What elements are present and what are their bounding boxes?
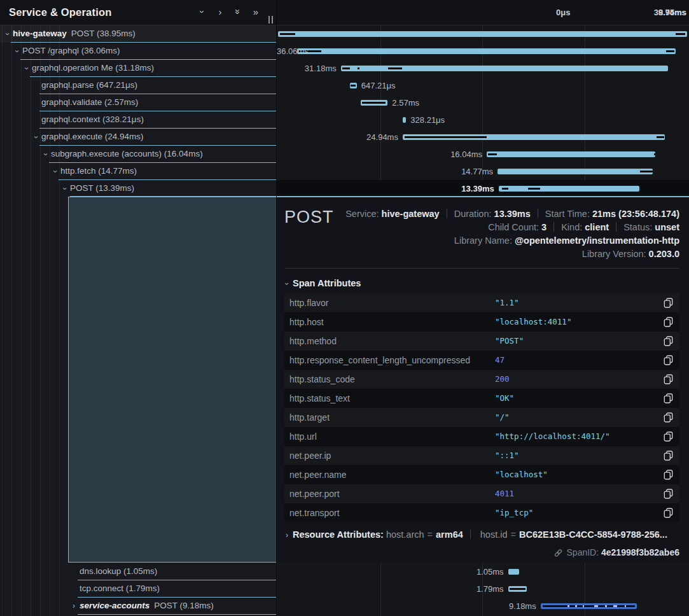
span-bar-self-time-mark bbox=[362, 102, 386, 104]
timeline-tick-label: 0μs bbox=[556, 0, 570, 25]
copy-icon[interactable] bbox=[664, 374, 673, 384]
meta-key: Service: bbox=[345, 209, 381, 219]
copy-icon[interactable] bbox=[664, 412, 673, 423]
meta-separator bbox=[553, 222, 554, 232]
chevron-down-icon[interactable]: › bbox=[22, 65, 31, 73]
span-duration-label: 9.18ms bbox=[277, 598, 536, 615]
tree-row[interactable]: ›POST /graphql (36.06ms) bbox=[0, 43, 276, 60]
meta-value: client bbox=[585, 222, 609, 232]
attribute-key: net.peer.port bbox=[289, 484, 340, 503]
attribute-row: http.host"localhost:4011" bbox=[284, 312, 679, 332]
span-meta-line: Library Version: 0.203.0 bbox=[582, 248, 679, 261]
span-bar[interactable] bbox=[278, 31, 687, 37]
copy-icon[interactable] bbox=[664, 336, 673, 346]
span-duration-label: 1.79ms bbox=[277, 580, 504, 598]
span-bar-speck bbox=[583, 605, 584, 607]
timeline-row: 647.21μs bbox=[277, 77, 689, 94]
meta-key: Duration: bbox=[454, 209, 494, 219]
tree-row[interactable]: ›graphql.operation Me (31.18ms) bbox=[0, 60, 276, 77]
tree-row-underline bbox=[78, 614, 276, 615]
copy-icon[interactable] bbox=[664, 298, 673, 308]
span-bar-self-time-mark bbox=[666, 50, 674, 52]
copy-icon[interactable] bbox=[664, 355, 673, 365]
tree-row[interactable]: graphql.parse (647.21μs) bbox=[0, 77, 276, 94]
copy-icon[interactable] bbox=[664, 508, 673, 518]
tree-row[interactable]: tcp.connect (1.79ms) bbox=[0, 580, 276, 598]
resource-attributes-header[interactable]: ›Resource Attributes: host.arch=arm64 ho… bbox=[286, 529, 667, 540]
copy-icon[interactable] bbox=[664, 317, 673, 327]
service-name: hive-gateway bbox=[13, 29, 67, 38]
meta-value: 13.39ms bbox=[494, 209, 531, 219]
expand-one-icon[interactable]: › bbox=[212, 0, 228, 25]
chevron-down-icon[interactable]: › bbox=[51, 168, 59, 176]
span-bar[interactable] bbox=[487, 151, 655, 157]
span-duration-label: 16.04ms bbox=[277, 146, 482, 163]
timeline-row: 9.18ms bbox=[277, 598, 689, 615]
chevron-down-icon[interactable]: › bbox=[32, 134, 40, 141]
copy-icon[interactable] bbox=[664, 451, 673, 461]
collapse-all-icon[interactable]: » bbox=[230, 0, 246, 25]
span-bar-self-time-mark bbox=[358, 67, 359, 69]
attribute-row: http.flavor"1.1" bbox=[284, 293, 679, 312]
attribute-key: http.status_code bbox=[289, 370, 355, 389]
panel-resize-grip[interactable] bbox=[268, 16, 274, 24]
tree-row[interactable]: ›service-accountsPOST (9.18ms) bbox=[0, 598, 276, 615]
span-bar[interactable] bbox=[403, 117, 406, 123]
span-bar[interactable] bbox=[508, 569, 519, 575]
copy-icon[interactable] bbox=[664, 470, 673, 480]
copy-icon[interactable] bbox=[664, 489, 673, 499]
span-meta-line: Library Name: @opentelemetry/instrumenta… bbox=[454, 234, 679, 248]
meta-separator bbox=[447, 209, 447, 218]
tree-row[interactable]: ›http.fetch (14.77ms) bbox=[0, 163, 276, 180]
span-detail-panel: POST Service: hive-gatewayDuration: 13.3… bbox=[277, 197, 689, 563]
panel-divider[interactable] bbox=[276, 0, 277, 616]
attribute-value: "POST" bbox=[495, 332, 524, 351]
attribute-row: http.url"http://localhost:4011/" bbox=[284, 427, 679, 446]
attribute-value: "localhost" bbox=[495, 465, 548, 484]
tree-row[interactable]: ›POST (13.39ms) bbox=[0, 180, 276, 197]
timeline-row: 2.57ms bbox=[277, 94, 689, 111]
span-bar[interactable] bbox=[498, 169, 653, 174]
span-name-label: graphql.validate (2.57ms) bbox=[41, 94, 138, 111]
span-bar-self-time-mark bbox=[488, 153, 497, 155]
attribute-value: "1.1" bbox=[495, 293, 519, 312]
span-bar-speck bbox=[605, 605, 606, 607]
span-duration-label: 14.77ms bbox=[277, 163, 493, 180]
attribute-value: "http://localhost:4011/" bbox=[495, 427, 610, 446]
attribute-key: http.url bbox=[289, 427, 317, 446]
span-name-label: subgraph.execute (accounts) (16.04ms) bbox=[51, 146, 203, 162]
timeline-row: 31.18ms bbox=[277, 60, 689, 77]
span-name-label: POST /graphql (36.06ms) bbox=[22, 43, 120, 59]
span-attributes-header[interactable]: ›Span Attributes bbox=[286, 278, 361, 288]
chevron-down-icon[interactable]: › bbox=[3, 31, 11, 38]
chevron-down-icon[interactable]: › bbox=[13, 48, 21, 55]
tree-row[interactable]: dns.lookup (1.05ms) bbox=[0, 563, 276, 580]
chevron-down-icon[interactable]: › bbox=[60, 185, 69, 193]
meta-value: hive-gateway bbox=[382, 209, 440, 219]
attribute-key: net.peer.ip bbox=[289, 446, 331, 465]
chevron-down-icon[interactable]: › bbox=[41, 151, 50, 158]
meta-value: 0.203.0 bbox=[649, 249, 679, 259]
tree-row[interactable]: ›hive-gatewayPOST (38.95ms) bbox=[0, 25, 276, 43]
attribute-key: http.method bbox=[289, 332, 337, 351]
collapse-one-icon[interactable]: › bbox=[195, 0, 210, 25]
meta-value: @opentelemetry/instrumentation-http bbox=[515, 235, 679, 246]
attribute-key: http.target bbox=[289, 408, 330, 427]
timeline-row: 1.79ms bbox=[277, 580, 689, 598]
span-bar[interactable] bbox=[499, 186, 639, 192]
tree-row[interactable]: ›subgraph.execute (accounts) (16.04ms) bbox=[0, 146, 276, 163]
resource-key: host.id bbox=[478, 529, 508, 540]
span-bar-self-time-mark bbox=[543, 605, 635, 607]
copy-icon[interactable] bbox=[664, 393, 673, 403]
expand-all-icon[interactable]: » bbox=[248, 0, 263, 25]
attribute-key: net.transport bbox=[289, 503, 340, 522]
timeline-row: 1.05ms bbox=[277, 563, 689, 580]
tree-row[interactable]: graphql.validate (2.57ms) bbox=[0, 94, 276, 111]
span-bar[interactable] bbox=[297, 48, 676, 54]
tree-row[interactable]: graphql.context (328.21μs) bbox=[0, 111, 276, 129]
copy-icon[interactable] bbox=[664, 431, 673, 442]
detail-divider bbox=[284, 268, 679, 269]
chevron-right-icon[interactable]: › bbox=[70, 602, 78, 610]
timeline-header: 0μs9.74ms19.47ms29.21ms38.95ms bbox=[277, 0, 689, 25]
tree-row[interactable]: ›graphql.execute (24.94ms) bbox=[0, 129, 276, 146]
